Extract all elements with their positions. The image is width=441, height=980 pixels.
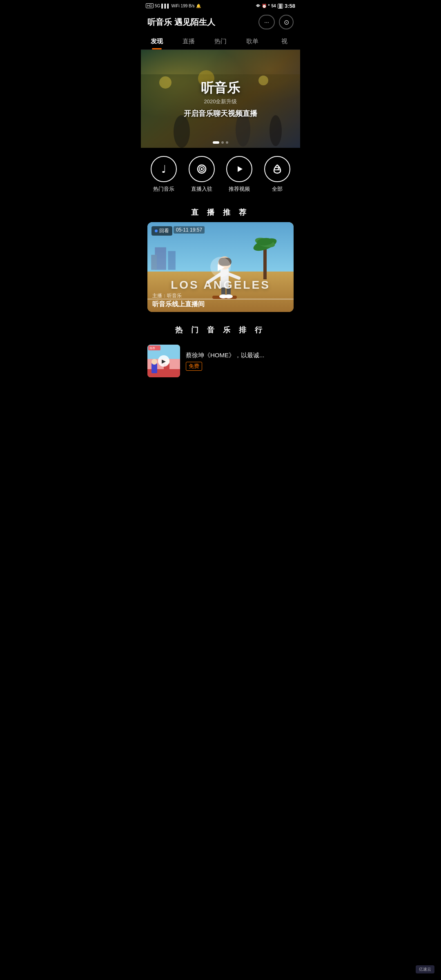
tab-discover[interactable]: 发现 bbox=[141, 33, 173, 49]
live-badge-text: 回看 bbox=[159, 227, 169, 234]
scan-icon: ⊙ bbox=[284, 18, 289, 26]
dot-3 bbox=[226, 141, 228, 144]
svg-point-33 bbox=[151, 359, 157, 365]
list-item[interactable]: 推荐 ▶ 蔡徐坤《HOME》，以最诚... 免费 bbox=[141, 340, 300, 382]
music-thumbnail: 推荐 ▶ bbox=[147, 345, 180, 377]
status-bar: HD 5G ▌▌▌ WiFi 199 B/s 🔔 👁 ⏰ * 54 ▓ 3:58 bbox=[141, 0, 300, 11]
banner-desc: 开启音乐聊天视频直播 bbox=[184, 109, 257, 118]
dot-1 bbox=[213, 141, 219, 144]
clock: 3:58 bbox=[285, 3, 295, 9]
video-icon bbox=[226, 156, 252, 182]
quick-icons: ♩ 热门音乐 直播入驻 推荐视频 bbox=[141, 148, 300, 201]
svg-point-9 bbox=[200, 168, 203, 170]
live-card[interactable]: LOS ANGELES 回看 05-11 19:57 ▶ 主播：听音乐 听音乐线… bbox=[147, 222, 294, 312]
scan-button[interactable]: ⊙ bbox=[279, 15, 294, 29]
app-title: 听音乐 遇见陌生人 bbox=[147, 17, 215, 28]
live-icon bbox=[189, 156, 215, 182]
wifi-icon: WiFi bbox=[172, 4, 180, 8]
banner[interactable]: 听音乐 2020全新升级 开启音乐聊天视频直播 bbox=[141, 50, 300, 148]
hot-music-section: 热 门 音 乐 排 行 bbox=[141, 312, 300, 382]
notification-icon: 🔔 bbox=[196, 4, 201, 8]
all-label: 全部 bbox=[272, 185, 283, 193]
live-section-title: 直 播 推 荐 bbox=[141, 201, 300, 222]
tab-video[interactable]: 视 bbox=[268, 33, 300, 49]
nav-tabs: 发现 直播 热门 歌单 视 bbox=[141, 33, 300, 50]
hot-music-label: 热门音乐 bbox=[153, 185, 174, 193]
quick-icon-hot-music[interactable]: ♩ 热门音乐 bbox=[151, 156, 177, 193]
banner-main-title: 听音乐 bbox=[184, 79, 257, 97]
hot-music-title: 热 门 音 乐 排 行 bbox=[141, 318, 300, 340]
eye-icon: 👁 bbox=[256, 4, 260, 8]
banner-dots bbox=[213, 141, 228, 144]
music-title: 蔡徐坤《HOME》，以最诚... bbox=[186, 352, 294, 359]
svg-point-6 bbox=[270, 115, 282, 146]
music-play-button[interactable]: ▶ bbox=[158, 355, 169, 367]
live-host: 主播：听音乐 bbox=[152, 292, 205, 299]
music-tag: 免费 bbox=[186, 362, 202, 371]
dot-2 bbox=[221, 141, 224, 144]
svg-text:推荐: 推荐 bbox=[149, 347, 155, 350]
tab-playlist[interactable]: 歌单 bbox=[236, 33, 268, 49]
music-info: 蔡徐坤《HOME》，以最诚... 免费 bbox=[186, 352, 294, 371]
more-icon: ··· bbox=[264, 19, 269, 25]
live-badge: 回看 bbox=[151, 226, 172, 236]
live-info: 主播：听音乐 听音乐线上直播间 bbox=[147, 289, 209, 312]
play-icon: ▶ bbox=[218, 262, 225, 272]
alarm-icon: ⏰ bbox=[262, 4, 267, 8]
quick-icon-all[interactable]: 全部 bbox=[264, 156, 290, 193]
banner-subtitle: 2020全新升级 bbox=[184, 98, 257, 105]
svg-line-20 bbox=[229, 274, 239, 278]
more-button[interactable]: ··· bbox=[258, 15, 275, 29]
quick-icon-live[interactable]: 直播入驻 bbox=[189, 156, 215, 193]
svg-rect-26 bbox=[168, 251, 175, 270]
battery-icon: 54 ▓ bbox=[272, 4, 283, 8]
svg-rect-27 bbox=[151, 255, 157, 270]
network-type: 5G bbox=[155, 4, 160, 8]
bluetooth-icon: * bbox=[268, 4, 270, 8]
svg-point-4 bbox=[174, 115, 190, 148]
header: 听音乐 遇见陌生人 ··· ⊙ bbox=[141, 11, 300, 33]
svg-point-3 bbox=[258, 76, 268, 85]
hd-badge: HD bbox=[146, 3, 154, 8]
quick-icon-video[interactable]: 推荐视频 bbox=[226, 156, 252, 193]
header-actions: ··· ⊙ bbox=[258, 15, 294, 29]
live-name: 听音乐线上直播间 bbox=[152, 300, 205, 309]
banner-text-area: 听音乐 2020全新升级 开启音乐聊天视频直播 bbox=[184, 79, 257, 118]
all-icon bbox=[264, 156, 290, 182]
tab-hot[interactable]: 热门 bbox=[205, 33, 236, 49]
video-label: 推荐视频 bbox=[229, 185, 250, 193]
hot-music-icon: ♩ bbox=[151, 156, 177, 182]
status-right: 👁 ⏰ * 54 ▓ 3:58 bbox=[256, 3, 295, 9]
live-label: 直播入驻 bbox=[191, 185, 212, 193]
live-time: 05-11 19:57 bbox=[174, 226, 205, 234]
tab-live[interactable]: 直播 bbox=[173, 33, 205, 49]
status-left: HD 5G ▌▌▌ WiFi 199 B/s 🔔 bbox=[146, 3, 201, 8]
svg-point-24 bbox=[225, 294, 233, 298]
svg-point-1 bbox=[159, 76, 172, 89]
network-speed: 199 B/s bbox=[181, 4, 195, 8]
live-indicator bbox=[155, 229, 158, 232]
signal-icon: ▌▌▌ bbox=[161, 4, 170, 8]
svg-marker-10 bbox=[238, 166, 243, 172]
play-button[interactable]: ▶ bbox=[210, 257, 231, 277]
